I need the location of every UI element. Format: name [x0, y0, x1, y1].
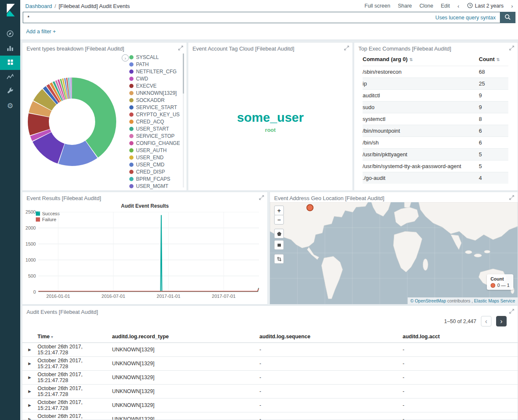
polygon-icon	[277, 231, 282, 236]
zoom-in-button[interactable]: +	[274, 206, 284, 215]
rectangle-icon	[277, 243, 282, 248]
edit-button[interactable]: Edit	[441, 3, 450, 9]
time-back-chevron-icon[interactable]: ‹	[457, 3, 459, 9]
search-input[interactable]	[23, 14, 435, 21]
expand-icon[interactable]	[509, 309, 514, 315]
sidebar-item-discover[interactable]	[0, 27, 20, 41]
sidebar-item-dev-tools[interactable]	[0, 84, 20, 99]
prev-page-button[interactable]: ‹	[481, 316, 491, 326]
record-type-cell: UNKNOWN[1329]	[112, 402, 259, 408]
table-row[interactable]: ▶October 26th 2017, 15:21:47.728UNKNOWN[…	[22, 343, 518, 357]
pie-legend-item[interactable]: CWD	[129, 75, 180, 82]
x-tick-label: 2016-01-01	[43, 294, 73, 299]
table-row[interactable]: ▶October 26th 2017, 15:21:47.728UNKNOWN[…	[22, 357, 518, 371]
x-axis-labels: 2016-01-012016-07-012017-01-012017-07-01	[38, 294, 259, 300]
pie-legend-item[interactable]: SERVICE_START	[129, 104, 180, 111]
kibana-logo[interactable]	[0, 0, 20, 20]
top-exec-tbody: /sbin/restorecon68ip25auditctl9sudo9syst…	[363, 66, 508, 184]
top-header: Dashboard / [Filebeat Auditd] Audit Even…	[20, 0, 518, 40]
legend-toggle-icon[interactable]: ›	[122, 54, 129, 62]
tag-cloud-tag[interactable]: root	[265, 127, 275, 133]
world-map[interactable]: + − Count 0 — 1	[270, 202, 518, 304]
zoom-out-button[interactable]: −	[274, 215, 284, 225]
pie-legend-item[interactable]: CRED_ACQ	[129, 118, 180, 125]
table-row[interactable]: ▶October 26th 2017, 15:21:47.728UNKNOWN[…	[22, 399, 518, 412]
tag-cloud-tag[interactable]: some_user	[237, 111, 304, 124]
search-button[interactable]	[500, 12, 515, 23]
panel-event-types-breakdown: Event types breakdown [Filebeat Auditd] …	[22, 42, 187, 191]
pie-legend-item[interactable]: UNKNOWN[1329]	[129, 89, 180, 96]
sidebar-item-timelion[interactable]	[0, 70, 20, 84]
elastic-maps-link[interactable]: Elastic Maps Service	[474, 298, 515, 303]
column-header-time[interactable]: Time▾	[37, 334, 112, 340]
pie-legend-item[interactable]: USER_START	[129, 125, 180, 132]
lucene-syntax-link[interactable]: Uses lucene query syntax	[435, 15, 496, 21]
expand-icon[interactable]	[509, 45, 514, 52]
openstreetmap-link[interactable]: © OpenStreetMap	[410, 298, 446, 303]
crop-bounds-button[interactable]	[274, 254, 284, 264]
pie-legend-item[interactable]: CONFIG_CHANGE	[129, 139, 180, 147]
table-row[interactable]: ▶October 26th 2017, 15:21:47.728UNKNOWN[…	[22, 412, 518, 420]
compass-icon	[6, 30, 14, 39]
legend-scrollbar-thumb[interactable]	[183, 54, 184, 94]
geo-point-marker[interactable]	[307, 204, 314, 211]
pie-legend-item[interactable]: NETFILTER_CFG	[129, 68, 180, 75]
table-row: ip25	[363, 78, 508, 90]
column-header-count[interactable]: Count⇅	[479, 54, 508, 66]
sidebar-item-dashboard[interactable]	[0, 56, 20, 70]
time-forward-chevron-icon[interactable]: ›	[511, 3, 513, 9]
count-cell: 4	[479, 172, 508, 184]
pie-legend-item[interactable]: EXECVE	[129, 82, 180, 89]
pie-legend-item[interactable]: CRED_DISP	[129, 168, 180, 175]
breadcrumb-dashboard[interactable]: Dashboard	[25, 3, 52, 9]
expand-caret-icon[interactable]: ▶	[22, 417, 37, 420]
legend-label: CRED_DISP	[136, 169, 165, 175]
table-row[interactable]: ▶October 26th 2017, 15:21:47.728UNKNOWN[…	[22, 385, 518, 399]
expand-caret-icon[interactable]: ▶	[22, 403, 37, 407]
line-series-Failure	[38, 289, 259, 291]
clone-button[interactable]: Clone	[419, 3, 433, 9]
draw-polygon-button[interactable]	[274, 229, 284, 238]
column-header-command[interactable]: Command (arg 0)⇅	[363, 54, 479, 66]
expand-icon[interactable]	[259, 195, 264, 201]
legend-label: USER_CMD	[136, 162, 164, 168]
pie-legend-item[interactable]: USER_MGMT	[129, 182, 180, 189]
expand-icon[interactable]	[344, 45, 349, 52]
time-picker[interactable]: Last 2 years	[467, 3, 504, 10]
pie-legend-item[interactable]: USER_END	[129, 154, 180, 161]
table-row: sudo9	[363, 102, 508, 113]
y-tick-label: 0	[23, 289, 36, 294]
pie-legend-item[interactable]: BPRM_FCAPS	[129, 175, 180, 182]
full-screen-button[interactable]: Full screen	[365, 3, 390, 9]
record-type-cell: UNKNOWN[1329]	[112, 347, 259, 353]
column-header-sequence[interactable]: auditd.log.sequence	[259, 334, 403, 340]
add-filter-button[interactable]: Add a filter +	[26, 29, 56, 35]
column-header-acct[interactable]: auditd.log.acct	[403, 334, 518, 340]
pie-legend-item[interactable]: USER_AUTH	[129, 147, 180, 154]
draw-rectangle-button[interactable]	[274, 240, 284, 250]
expand-caret-icon[interactable]: ▶	[22, 375, 37, 380]
pie-legend-item[interactable]: USER_CMD	[129, 161, 180, 168]
expand-caret-icon[interactable]: ▶	[22, 348, 37, 352]
pie-chart[interactable]	[27, 76, 117, 167]
expand-caret-icon[interactable]: ▶	[22, 389, 37, 393]
expand-icon[interactable]	[509, 195, 514, 201]
next-page-button[interactable]: ›	[496, 316, 507, 326]
expand-caret-icon[interactable]: ▶	[22, 361, 37, 366]
pie-legend-item[interactable]: SYSCALL	[129, 54, 180, 61]
expand-icon[interactable]	[178, 45, 183, 52]
map-controls: + −	[274, 206, 284, 264]
column-header-record-type[interactable]: auditd.log.record_type	[112, 334, 259, 340]
legend-dot	[129, 184, 134, 188]
pie-legend-item[interactable]: SERVICE_STOP	[129, 132, 180, 139]
share-button[interactable]: Share	[398, 3, 412, 9]
sidebar-item-management[interactable]: ⚙	[0, 99, 20, 113]
pie-legend-item[interactable]: SOCKADDR	[129, 96, 180, 104]
x-tick-label: 2016-07-01	[99, 294, 128, 299]
table-row[interactable]: ▶October 26th 2017, 15:21:47.728UNKNOWN[…	[22, 371, 518, 385]
sidebar-item-visualize[interactable]	[0, 41, 20, 56]
pie-legend-item[interactable]: CRYPTO_KEY_USER	[129, 111, 180, 118]
count-cell: 5	[479, 161, 508, 172]
pie-legend-item[interactable]: PATH	[129, 61, 180, 68]
time-cell: October 26th 2017, 15:21:47.728	[37, 413, 112, 420]
